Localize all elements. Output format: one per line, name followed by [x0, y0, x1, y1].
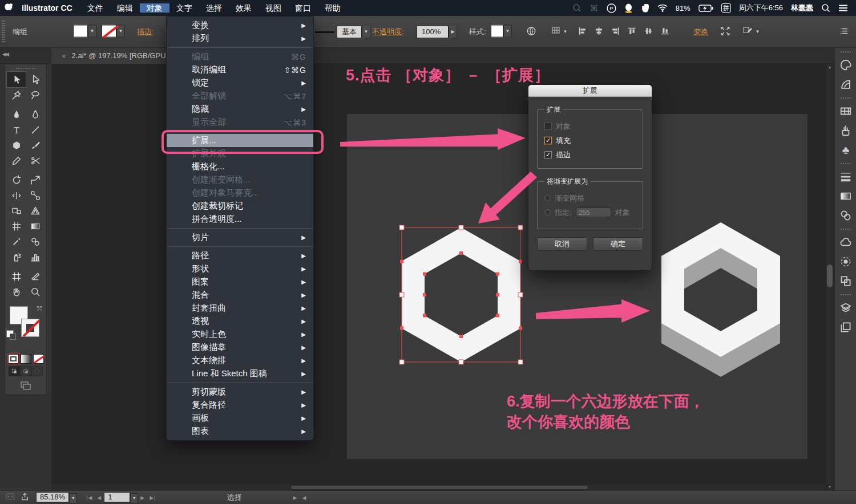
- column-graph-tool[interactable]: [26, 249, 45, 265]
- anchor-point[interactable]: [423, 293, 426, 296]
- search-icon[interactable]: [821, 3, 830, 13]
- rotate-tool[interactable]: [7, 172, 26, 188]
- width-tool[interactable]: [7, 188, 26, 203]
- line-segment-tool[interactable]: [26, 122, 45, 137]
- none-mode-button[interactable]: [33, 354, 44, 364]
- draw-normal-button[interactable]: [9, 366, 20, 376]
- scroll-up-icon[interactable]: ▲: [826, 64, 834, 71]
- scale-tool[interactable]: [26, 172, 45, 188]
- notification-center-icon[interactable]: [838, 4, 848, 12]
- menu-item-创建裁切标记[interactable]: 创建裁切标记: [167, 200, 313, 213]
- checkbox-填充[interactable]: ✓填充: [544, 133, 636, 148]
- color-guide-panel-icon[interactable]: [837, 75, 854, 94]
- fill-color-swatch[interactable]: ▼: [73, 25, 96, 39]
- menu-item-复合路径[interactable]: 复合路径▶: [167, 399, 313, 412]
- menubar-item-效果[interactable]: 效果: [229, 3, 259, 13]
- dock-group-grip[interactable]: [839, 292, 852, 296]
- checkbox-icon[interactable]: ✓: [544, 137, 552, 144]
- paintbrush-tool[interactable]: [26, 137, 45, 153]
- app-title[interactable]: Illustrator CC: [22, 3, 72, 13]
- pencil-tool[interactable]: [7, 153, 26, 168]
- menubar-item-帮助[interactable]: 帮助: [318, 3, 348, 13]
- menu-item-变换[interactable]: 变换▶: [167, 19, 313, 32]
- menu-item-封套扭曲[interactable]: 封套扭曲▶: [167, 302, 313, 315]
- selection-handle[interactable]: [399, 225, 404, 230]
- status-expand-icon[interactable]: ▶: [293, 495, 297, 501]
- perspective-grid-tool[interactable]: [26, 203, 45, 218]
- anchor-point[interactable]: [423, 314, 426, 318]
- select-similar-icon[interactable]: ▼: [551, 26, 570, 38]
- dock-group-grip[interactable]: [839, 96, 852, 100]
- shape-builder-tool[interactable]: [7, 203, 26, 218]
- lasso-tool[interactable]: [26, 87, 45, 103]
- default-fill-stroke-icon[interactable]: [6, 330, 14, 338]
- direct-selection-tool[interactable]: [26, 72, 45, 87]
- menubar-clock[interactable]: 周六下午6:56: [739, 3, 783, 13]
- isolate-selection-icon[interactable]: ▼: [742, 26, 762, 38]
- valign-middle-icon[interactable]: [644, 26, 653, 38]
- menu-item-路径[interactable]: 路径▶: [167, 249, 313, 262]
- dock-group-grip[interactable]: [839, 50, 852, 54]
- tab-close-icon[interactable]: ×: [62, 52, 66, 60]
- style-swatch[interactable]: ▼: [491, 25, 512, 39]
- menubar-item-对象[interactable]: 对象: [140, 3, 169, 13]
- eyedropper-tool[interactable]: [7, 234, 26, 249]
- stroke-panel-icon[interactable]: [837, 167, 854, 186]
- document-setup-globe-icon[interactable]: [526, 26, 536, 38]
- selection-handle[interactable]: [399, 292, 404, 297]
- menu-item-扩展[interactable]: 扩展...: [167, 134, 313, 147]
- wifi-menu-icon[interactable]: [657, 4, 668, 12]
- menu-item-取消编组[interactable]: 取消编组⇧⌘G: [167, 63, 313, 76]
- selection-handle[interactable]: [518, 292, 523, 297]
- brushes-panel-icon[interactable]: [837, 121, 854, 140]
- color-panel-icon[interactable]: [837, 55, 854, 75]
- artboard-nav-control[interactable]: 1▼: [104, 492, 138, 503]
- spotlight-dim-icon[interactable]: [572, 3, 582, 13]
- slice-tool[interactable]: [26, 269, 45, 284]
- input-method-badge[interactable]: 拼: [721, 3, 731, 13]
- symbols-panel-icon[interactable]: ♣: [837, 140, 854, 160]
- pen-tool[interactable]: [7, 107, 26, 122]
- dock-group-grip[interactable]: [839, 227, 852, 231]
- selection-handle[interactable]: [518, 225, 523, 230]
- gradient-tool[interactable]: [26, 218, 45, 234]
- evernote-menu-icon[interactable]: [641, 3, 649, 13]
- libraries-panel-icon[interactable]: [837, 233, 854, 252]
- menubar-item-文件[interactable]: 文件: [80, 3, 110, 13]
- touch-workspace-icon[interactable]: [6, 493, 15, 502]
- opacity-field[interactable]: 100%▶: [417, 26, 457, 38]
- magic-wand-tool[interactable]: [7, 87, 26, 103]
- menu-item-剪切蒙版[interactable]: 剪切蒙版▶: [167, 385, 313, 399]
- apple-menu-icon[interactable]: [0, 3, 17, 14]
- first-artboard-icon[interactable]: |◀: [86, 495, 92, 501]
- scroll-down-icon[interactable]: ▼: [826, 483, 834, 490]
- zoom-control[interactable]: 85.18%▼: [36, 492, 77, 503]
- stroke-proxy-swatch[interactable]: [21, 319, 39, 337]
- menu-item-图案[interactable]: 图案▶: [167, 275, 313, 288]
- stroke-weight-label[interactable]: 描边:: [137, 27, 154, 37]
- anchor-point[interactable]: [496, 314, 499, 318]
- scissors-tool[interactable]: [26, 153, 45, 168]
- gradient-mode-button[interactable]: [21, 354, 31, 364]
- color-mode-button[interactable]: [8, 354, 19, 364]
- selection-tool[interactable]: [7, 72, 26, 87]
- menubar-item-编辑[interactable]: 编辑: [110, 3, 140, 13]
- screen-mode-button[interactable]: [5, 381, 46, 390]
- tools-panel-grip[interactable]: [15, 66, 36, 71]
- anchor-point[interactable]: [400, 327, 403, 330]
- anchor-point[interactable]: [519, 260, 522, 263]
- menubar-item-视图[interactable]: 视图: [259, 3, 288, 13]
- vertical-scrollbar[interactable]: ▲ ▼: [825, 64, 833, 490]
- anchor-point[interactable]: [496, 273, 499, 276]
- dock-group-grip[interactable]: [839, 161, 852, 165]
- qq-menu-icon[interactable]: [624, 3, 633, 13]
- artboards-panel-icon[interactable]: [837, 318, 854, 337]
- valign-top-icon[interactable]: [627, 26, 637, 38]
- anchor-point[interactable]: [519, 327, 522, 330]
- mesh-tool[interactable]: [7, 218, 26, 234]
- transform-link[interactable]: 变换: [693, 27, 708, 37]
- transparency-panel-icon[interactable]: [837, 206, 854, 225]
- stroke-color-swatch[interactable]: ▼: [102, 25, 125, 39]
- graphic-styles-panel-icon[interactable]: [837, 271, 854, 291]
- anchor-point[interactable]: [423, 273, 426, 276]
